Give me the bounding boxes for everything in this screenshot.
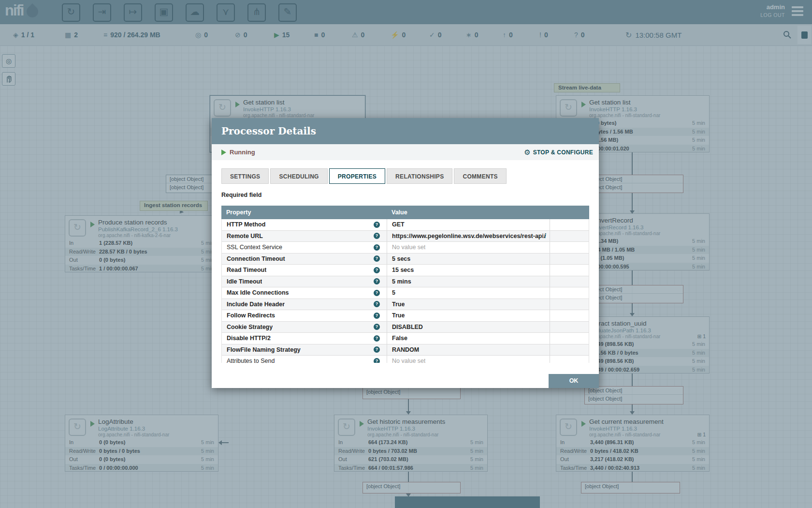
property-name: Disable HTTP/2 [227, 335, 271, 342]
help-icon[interactable]: ? [374, 255, 380, 262]
processor-details-dialog: Processor Details Running ⚙ STOP & CONFI… [212, 118, 599, 388]
help-icon[interactable]: ? [374, 222, 380, 228]
help-icon[interactable]: ? [374, 278, 380, 284]
property-row: Cookie Strategy ? DISABLED [222, 322, 589, 333]
help-icon[interactable]: ? [374, 301, 380, 307]
property-row: HTTP Method ? GET [222, 219, 589, 231]
dialog-tabs: SETTINGS SCHEDULING PROPERTIES RELATIONS… [221, 168, 507, 184]
properties-table-body: HTTP Method ? GET Remote URL ? [221, 219, 589, 363]
property-value: No value set [392, 358, 425, 363]
property-name: FlowFile Naming Strategy [227, 346, 301, 353]
property-value-cell[interactable]: 15 secs [387, 265, 550, 276]
property-value: DISABLED [392, 324, 423, 330]
dialog-title: Processor Details [221, 118, 599, 144]
property-value-cell[interactable]: RANDOM [387, 344, 550, 356]
help-icon[interactable]: ? [374, 233, 380, 239]
property-row: Disable HTTP/2 ? False [222, 333, 589, 344]
dialog-header: Processor Details [212, 118, 599, 144]
property-column-header: Property [221, 206, 387, 219]
help-icon[interactable]: ? [374, 346, 380, 353]
property-value-cell[interactable]: False [387, 333, 550, 344]
property-value: 5 mins [392, 278, 411, 285]
property-value-cell[interactable]: GET [387, 219, 550, 230]
stop-and-configure-button[interactable]: ⚙ STOP & CONFIGURE [524, 144, 593, 160]
property-value: RANDOM [392, 346, 419, 353]
property-value: https://www.pegelonline.wsv.de/webservic… [392, 233, 543, 239]
property-row: Max Idle Connections ? 5 [222, 287, 589, 299]
property-row: Read Timeout ? 15 secs [222, 265, 589, 276]
running-icon [221, 149, 226, 155]
help-icon[interactable]: ? [374, 267, 380, 273]
property-name: Attributes to Send [227, 358, 275, 363]
property-row: Idle Timeout ? 5 mins [222, 276, 589, 288]
gear-icon: ⚙ [524, 148, 530, 157]
info-icon: i [543, 232, 546, 239]
property-value: False [392, 335, 407, 342]
property-name: Include Date Header [227, 301, 285, 308]
property-name: HTTP Method [227, 221, 265, 228]
property-value-cell[interactable]: True [387, 299, 550, 310]
properties-table-header: Property Value [221, 206, 589, 219]
property-value: No value set [392, 244, 425, 251]
property-row: Connection Timeout ? 5 secs [222, 254, 589, 265]
property-name: Idle Timeout [227, 278, 262, 285]
property-row: FlowFile Naming Strategy ? RANDOM [222, 344, 589, 356]
property-value: True [392, 301, 405, 308]
property-row: Remote URL ? https://www.pegelonline.wsv… [222, 231, 589, 242]
property-value: True [392, 312, 405, 319]
property-row: SSL Context Service ? No value set [222, 242, 589, 254]
tab-properties[interactable]: PROPERTIES [329, 168, 385, 184]
tab-comments[interactable]: COMMENTS [454, 168, 506, 184]
tab-settings[interactable]: SETTINGS [221, 168, 269, 184]
property-name: Max Idle Connections [227, 289, 289, 296]
property-value-cell[interactable]: No value set [387, 242, 550, 253]
property-name: Cookie Strategy [227, 324, 273, 330]
property-value-cell[interactable]: No value set [387, 356, 550, 363]
property-value-cell[interactable]: True [387, 310, 550, 321]
property-name: Remote URL [227, 233, 263, 239]
property-value: 5 [392, 289, 395, 296]
run-state: Running [221, 144, 255, 160]
property-value-cell[interactable]: 5 mins [387, 276, 550, 287]
help-icon[interactable]: ? [374, 335, 380, 342]
property-value: 15 secs [392, 267, 414, 273]
help-icon[interactable]: ? [374, 290, 380, 296]
property-value: GET [392, 221, 405, 228]
property-value-cell[interactable]: https://www.pegelonline.wsv.de/webservic… [387, 231, 550, 242]
property-value-cell[interactable]: DISABLED [387, 322, 550, 333]
properties-table: Property Value HTTP Method ? GET [221, 206, 589, 363]
help-icon[interactable]: ? [374, 358, 380, 363]
property-value-cell[interactable]: 5 [387, 287, 550, 299]
ok-button[interactable]: OK [549, 374, 599, 388]
property-name: Connection Timeout [227, 255, 285, 262]
nifi-application: nifi ↻ ⇥ ↦ ▣ [0, 0, 812, 508]
run-state-label: Running [230, 149, 255, 156]
dialog-status-bar: Running ⚙ STOP & CONFIGURE [212, 144, 599, 160]
tab-relationships[interactable]: RELATIONSHIPS [387, 168, 452, 184]
property-row: Include Date Header ? True [222, 299, 589, 311]
tab-scheduling[interactable]: SCHEDULING [270, 168, 327, 184]
required-field-note: Required field [221, 192, 261, 198]
property-row: Attributes to Send ? No value set [222, 356, 589, 363]
property-value: 5 secs [392, 255, 410, 262]
property-value-cell[interactable]: 5 secs [387, 254, 550, 265]
property-name: Follow Redirects [227, 312, 275, 319]
help-icon[interactable]: ? [374, 244, 380, 251]
property-row: Follow Redirects ? True [222, 310, 589, 322]
value-column-header: Value [387, 206, 550, 219]
property-name: SSL Context Service [227, 244, 282, 251]
help-icon[interactable]: ? [374, 324, 380, 330]
help-icon[interactable]: ? [374, 313, 380, 319]
property-name: Read Timeout [227, 267, 266, 273]
